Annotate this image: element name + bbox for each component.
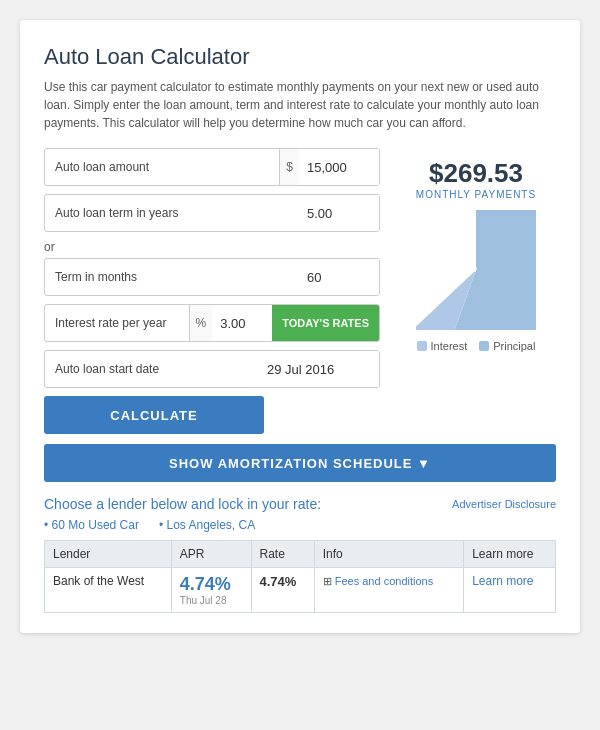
lender-name-cell: Bank of the West (45, 568, 172, 613)
start-date-row: Auto loan start date (44, 350, 380, 388)
interest-legend: Interest (417, 340, 468, 352)
main-area: Auto loan amount $ Auto loan term in yea… (44, 148, 556, 434)
start-date-label: Auto loan start date (45, 362, 259, 376)
loan-amount-input[interactable] (299, 149, 379, 185)
interest-rate-row: Interest rate per year % TODAY'S RATES (44, 304, 380, 342)
calculator-card: Auto Loan Calculator Use this car paymen… (20, 20, 580, 633)
interest-rate-label: Interest rate per year (45, 316, 189, 330)
loan-amount-symbol: $ (279, 149, 299, 185)
info-cell: ⊞ Fees and conditions (314, 568, 463, 613)
start-date-input[interactable] (259, 351, 379, 387)
principal-dot (479, 341, 489, 351)
rate-value: 4.74% (260, 574, 297, 589)
principal-legend: Principal (479, 340, 535, 352)
table-header-row: Lender APR Rate Info Learn more (45, 541, 556, 568)
or-label: or (44, 240, 380, 254)
apr-cell: 4.74% Thu Jul 28 (171, 568, 251, 613)
col-apr: APR (171, 541, 251, 568)
advertiser-disclosure-link[interactable]: Advertiser Disclosure (452, 498, 556, 510)
filter-used-car: 60 Mo Used Car (44, 518, 139, 532)
pie-chart (416, 210, 536, 330)
today-rates-button[interactable]: TODAY'S RATES (272, 305, 379, 341)
lender-header-row: Choose a lender below and lock in your r… (44, 496, 556, 512)
term-months-input[interactable] (299, 259, 379, 295)
principal-label: Principal (493, 340, 535, 352)
interest-dot (417, 341, 427, 351)
learn-more-cell: Learn more (464, 568, 556, 613)
loan-amount-row: Auto loan amount $ (44, 148, 380, 186)
col-rate: Rate (251, 541, 314, 568)
apr-date: Thu Jul 28 (180, 595, 243, 606)
monthly-amount: $269.53 (404, 158, 548, 189)
loan-amount-label: Auto loan amount (45, 160, 279, 174)
amortization-button[interactable]: SHOW AMORTIZATION SCHEDULE ▼ (44, 444, 556, 482)
interest-label: Interest (431, 340, 468, 352)
lender-section: Choose a lender below and lock in your r… (44, 496, 556, 613)
interest-rate-input[interactable] (212, 305, 272, 341)
rate-cell: 4.74% (251, 568, 314, 613)
lender-filters: 60 Mo Used Car Los Angeles, CA (44, 518, 556, 532)
lender-title: Choose a lender below and lock in your r… (44, 496, 321, 512)
apr-value: 4.74% (180, 574, 231, 594)
description: Use this car payment calculator to estim… (44, 78, 556, 132)
loan-term-years-input[interactable] (299, 195, 379, 231)
table-row: Bank of the West 4.74% Thu Jul 28 4.74% … (45, 568, 556, 613)
col-lender: Lender (45, 541, 172, 568)
loan-term-years-row: Auto loan term in years (44, 194, 380, 232)
monthly-label: MONTHLY PAYMENTS (404, 189, 548, 200)
term-months-label: Term in months (45, 270, 299, 284)
interest-rate-symbol: % (189, 305, 213, 341)
learn-more-link[interactable]: Learn more (472, 574, 533, 588)
result-panel: $269.53 MONTHLY PAYMENTS Interest (396, 148, 556, 434)
filter-location: Los Angeles, CA (159, 518, 255, 532)
fees-link[interactable]: Fees and conditions (335, 575, 433, 587)
col-learn-more: Learn more (464, 541, 556, 568)
col-info: Info (314, 541, 463, 568)
info-icon: ⊞ (323, 575, 335, 587)
lender-table: Lender APR Rate Info Learn more Bank of … (44, 540, 556, 613)
calculate-button[interactable]: CALCULATE (44, 396, 264, 434)
form-section: Auto loan amount $ Auto loan term in yea… (44, 148, 380, 434)
term-months-row: Term in months (44, 258, 380, 296)
loan-term-years-label: Auto loan term in years (45, 206, 299, 220)
page-title: Auto Loan Calculator (44, 44, 556, 70)
chart-legend: Interest Principal (404, 340, 548, 352)
